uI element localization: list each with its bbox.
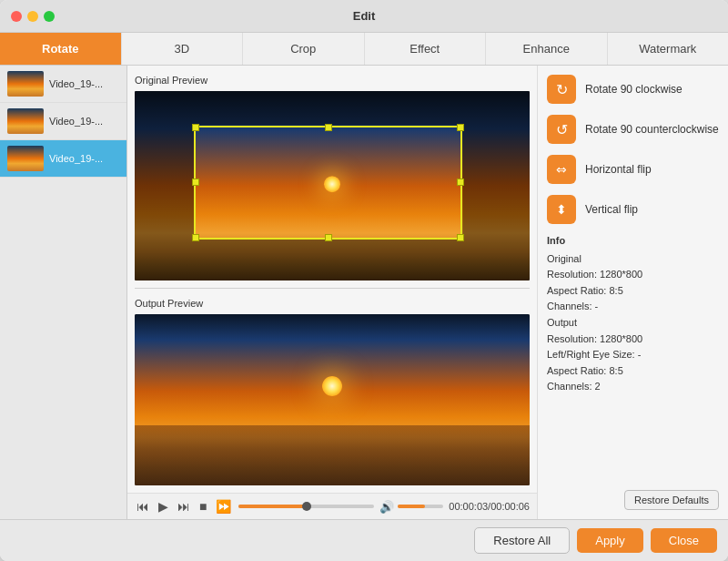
volume-area: 🔊 bbox=[379, 500, 443, 514]
apply-button[interactable]: Apply bbox=[577, 528, 643, 553]
tab-crop[interactable]: Crop bbox=[243, 33, 365, 65]
crop-handle-br[interactable] bbox=[457, 234, 464, 241]
tab-rotate[interactable]: Rotate bbox=[0, 33, 122, 65]
output-aspect: Aspect Ratio: 8:5 bbox=[547, 363, 719, 380]
rotate-cw-label: Rotate 90 clockwise bbox=[585, 83, 682, 96]
crop-handle-tl[interactable] bbox=[192, 124, 199, 131]
tab-3d[interactable]: 3D bbox=[122, 33, 244, 65]
restore-defaults-button[interactable]: Restore Defaults bbox=[624, 490, 719, 510]
original-preview-label: Original Preview bbox=[135, 73, 530, 87]
original-preview-section: Original Preview bbox=[127, 66, 537, 288]
restore-all-button[interactable]: Restore All bbox=[474, 527, 570, 554]
rotate-cw-icon: ↻ bbox=[547, 75, 576, 104]
action-rotate-cw[interactable]: ↻ Rotate 90 clockwise bbox=[547, 75, 719, 104]
original-channels: Channels: - bbox=[547, 299, 719, 315]
volume-fill bbox=[398, 505, 425, 508]
controls-bar: ⏮ ▶ ⏭ ■ ⏩ 🔊 00:00:03/00:00:06 bbox=[127, 493, 537, 519]
output-eye-size: Left/Right Eye Size: - bbox=[547, 347, 719, 363]
skip-forward-button[interactable]: ⏭ bbox=[176, 497, 192, 515]
volume-icon[interactable]: 🔊 bbox=[379, 500, 394, 514]
action-rotate-ccw[interactable]: ↺ Rotate 90 counterclockwise bbox=[547, 115, 719, 144]
flip-v-icon: ⬍ bbox=[547, 195, 576, 224]
output-preview-label: Output Preview bbox=[135, 296, 530, 311]
video-thumb-2 bbox=[7, 108, 44, 134]
info-title: Info bbox=[547, 233, 719, 250]
output-preview-section: Output Preview bbox=[127, 289, 537, 493]
video-label-1: Video_19-... bbox=[49, 78, 103, 89]
toolbar: Rotate 3D Crop Effect Enhance Watermark bbox=[0, 33, 728, 66]
minimize-traffic-light[interactable] bbox=[27, 11, 38, 22]
tab-enhance[interactable]: Enhance bbox=[486, 33, 608, 65]
play-button[interactable]: ▶ bbox=[157, 497, 170, 515]
crop-handle-bl[interactable] bbox=[192, 234, 199, 241]
close-button[interactable]: Close bbox=[651, 528, 717, 553]
sidebar-item-1[interactable]: Video_19-... bbox=[0, 66, 126, 103]
tab-effect[interactable]: Effect bbox=[365, 33, 487, 65]
crop-overlay[interactable] bbox=[194, 126, 462, 240]
original-aspect: Aspect Ratio: 8:5 bbox=[547, 283, 719, 300]
playback-progress-bar[interactable] bbox=[238, 505, 374, 508]
rotate-ccw-label: Rotate 90 counterclockwise bbox=[585, 123, 719, 136]
sea-overlay bbox=[135, 425, 530, 485]
output-sun bbox=[322, 376, 342, 396]
left-sidebar: Video_19-... Video_19-... Video_19-... bbox=[0, 66, 127, 519]
volume-bar[interactable] bbox=[398, 505, 443, 508]
window-title: Edit bbox=[353, 9, 376, 23]
sidebar-item-2[interactable]: Video_19-... bbox=[0, 103, 126, 140]
main-content: Video_19-... Video_19-... Video_19-... O… bbox=[0, 66, 728, 519]
output-channels: Channels: 2 bbox=[547, 379, 719, 395]
crop-handle-tm[interactable] bbox=[325, 124, 332, 131]
action-list: ↻ Rotate 90 clockwise ↺ Rotate 90 counte… bbox=[547, 75, 719, 224]
progress-thumb[interactable] bbox=[302, 502, 311, 511]
output-label: Output bbox=[547, 315, 719, 332]
output-preview-area bbox=[135, 314, 530, 485]
crop-handle-mr[interactable] bbox=[457, 178, 464, 186]
video-thumb-1 bbox=[7, 71, 44, 97]
crop-handle-bm[interactable] bbox=[325, 234, 332, 241]
next-frame-button[interactable]: ⏩ bbox=[214, 497, 233, 515]
progress-fill bbox=[238, 505, 306, 508]
action-flip-v[interactable]: ⬍ Vertical flip bbox=[547, 195, 719, 224]
tab-watermark[interactable]: Watermark bbox=[608, 33, 729, 65]
info-panel: Info Original Resolution: 1280*800 Aspec… bbox=[547, 233, 719, 481]
main-window: Edit Rotate 3D Crop Effect Enhance Water… bbox=[0, 0, 728, 561]
flip-v-label: Vertical flip bbox=[585, 203, 638, 216]
skip-back-button[interactable]: ⏮ bbox=[135, 497, 151, 515]
original-preview-area bbox=[135, 91, 530, 280]
video-label-2: Video_19-... bbox=[49, 116, 103, 127]
right-panel: ↻ Rotate 90 clockwise ↺ Rotate 90 counte… bbox=[537, 66, 728, 519]
center-panel: Original Preview bbox=[127, 66, 537, 519]
bottom-bar: Restore All Apply Close bbox=[0, 519, 728, 561]
time-display: 00:00:03/00:00:06 bbox=[449, 501, 530, 512]
flip-h-icon: ⇔ bbox=[547, 155, 576, 184]
stop-button[interactable]: ■ bbox=[197, 497, 208, 515]
title-bar: Edit bbox=[0, 0, 728, 33]
traffic-lights bbox=[11, 11, 55, 22]
crop-handle-tr[interactable] bbox=[457, 124, 464, 131]
sidebar-item-3[interactable]: Video_19-... bbox=[0, 140, 126, 178]
crop-handle-ml[interactable] bbox=[192, 178, 199, 186]
video-label-3: Video_19-... bbox=[49, 153, 103, 164]
original-resolution: Resolution: 1280*800 bbox=[547, 267, 719, 283]
original-preview-image bbox=[135, 91, 530, 280]
flip-h-label: Horizontal flip bbox=[585, 163, 652, 176]
rotate-ccw-icon: ↺ bbox=[547, 115, 576, 144]
video-thumb-3 bbox=[7, 146, 44, 171]
output-resolution: Resolution: 1280*800 bbox=[547, 332, 719, 348]
original-label: Original bbox=[547, 251, 719, 268]
maximize-traffic-light[interactable] bbox=[44, 11, 55, 22]
close-traffic-light[interactable] bbox=[11, 11, 22, 22]
action-flip-h[interactable]: ⇔ Horizontal flip bbox=[547, 155, 719, 184]
